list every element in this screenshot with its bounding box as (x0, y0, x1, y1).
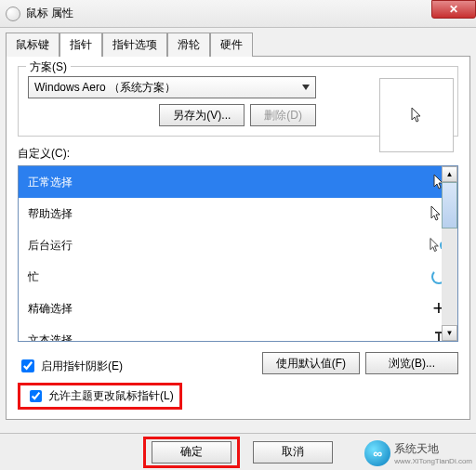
scheme-legend: 方案(S) (26, 59, 71, 75)
save-as-button[interactable]: 另存为(V)... (159, 104, 245, 126)
watermark: ∞ 系统天地 www.XiTongTianDi.com (364, 440, 472, 466)
scrollbar[interactable]: ▲ ▼ (442, 166, 457, 341)
use-default-button[interactable]: 使用默认值(F) (262, 352, 360, 374)
scroll-track[interactable] (442, 228, 457, 325)
watermark-url: www.XiTongTianDi.com (394, 457, 472, 465)
close-button[interactable]: ✕ (431, 0, 476, 19)
list-item-label: 正常选择 (28, 175, 73, 190)
theme-label: 允许主题更改鼠标指针(L) (48, 388, 174, 404)
list-item[interactable]: 文本选择 (19, 324, 457, 341)
chevron-down-icon (302, 85, 310, 90)
titlebar: 鼠标 属性 ✕ (0, 0, 476, 28)
watermark-name: 系统天地 (394, 442, 439, 455)
cancel-button[interactable]: 取消 (253, 441, 333, 463)
tab-bar: 鼠标键 指针 指针选项 滑轮 硬件 (6, 32, 470, 56)
tab-pointer-options[interactable]: 指针选项 (102, 33, 167, 57)
arrow-cursor-icon (410, 107, 423, 124)
close-icon: ✕ (449, 3, 458, 16)
tab-mouse-buttons[interactable]: 鼠标键 (6, 33, 60, 57)
tab-hardware[interactable]: 硬件 (210, 33, 253, 57)
list-item[interactable]: 精确选择 + (19, 293, 457, 324)
delete-button: 删除(D) (250, 104, 316, 126)
scroll-thumb[interactable] (442, 182, 457, 228)
ok-button[interactable]: 确定 (152, 441, 231, 463)
cursor-preview-box (379, 78, 454, 152)
list-item[interactable]: 忙 (19, 261, 457, 293)
list-item[interactable]: 正常选择 (19, 166, 457, 198)
tab-wheel[interactable]: 滑轮 (167, 33, 210, 57)
tab-panel: 方案(S) Windows Aero （系统方案） 另存为(V)... 删除(D… (6, 56, 470, 420)
list-item-label: 帮助选择 (28, 206, 73, 222)
list-item-label: 忙 (28, 269, 39, 285)
window-title: 鼠标 属性 (26, 6, 73, 21)
list-item-label: 精确选择 (28, 301, 73, 317)
list-item-label: 文本选择 (28, 333, 73, 342)
shadow-checkbox[interactable] (21, 359, 34, 372)
highlighted-option: 允许主题更改鼠标指针(L) (18, 383, 182, 410)
tab-pointers[interactable]: 指针 (60, 33, 102, 57)
highlighted-ok: 确定 (143, 437, 240, 468)
app-icon (6, 7, 20, 21)
scheme-selected-text: Windows Aero （系统方案） (34, 80, 176, 96)
browse-button[interactable]: 浏览(B)... (365, 352, 458, 374)
scheme-combobox[interactable]: Windows Aero （系统方案） (28, 76, 316, 98)
theme-checkbox[interactable] (30, 390, 42, 402)
cursor-listbox[interactable]: 正常选择 帮助选择 ? 后台运行 忙 精确选择 + 文本选择 (18, 165, 458, 342)
list-item[interactable]: 后台运行 (19, 229, 457, 261)
watermark-logo-icon: ∞ (364, 440, 390, 466)
list-item[interactable]: 帮助选择 ? (19, 198, 457, 229)
scroll-up-button[interactable]: ▲ (442, 166, 457, 182)
shadow-label: 启用指针阴影(E) (41, 359, 123, 374)
scroll-down-button[interactable]: ▼ (442, 325, 457, 341)
list-item-label: 后台运行 (28, 238, 73, 254)
